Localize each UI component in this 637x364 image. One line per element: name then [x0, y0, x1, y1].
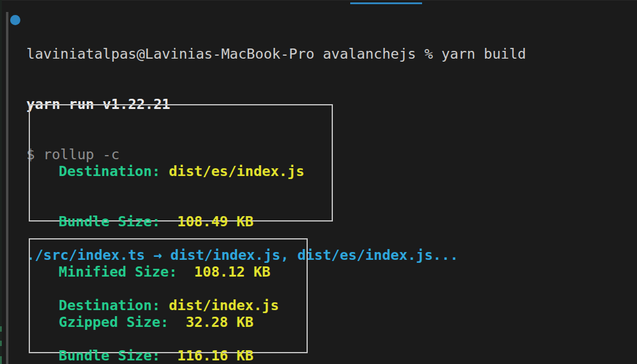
- bundle-size-row: Bundle Size: 116.16 KB: [59, 347, 279, 364]
- overview-ruler: [0, 0, 2, 364]
- destination-label: Destination:: [59, 163, 160, 180]
- destination-label: Destination:: [59, 297, 160, 314]
- overview-ruler-mark: [0, 356, 2, 364]
- destination-row: Destination: dist/index.js: [59, 297, 279, 314]
- shell-prompt-line: laviniatalpas@Lavinias-MacBook-Pro avala…: [26, 46, 526, 62]
- destination-row: Destination: dist/es/index.js: [59, 163, 304, 180]
- bundle-size-value: 116.16 KB: [160, 347, 254, 364]
- terminal-panel: laviniatalpas@Lavinias-MacBook-Pro avala…: [0, 0, 637, 364]
- destination-value: dist/index.js: [160, 297, 279, 314]
- overview-ruler-mark: [0, 341, 2, 346]
- bundle-size-box-es: Destination: dist/es/index.js Bundle Siz…: [29, 104, 333, 222]
- overview-ruler-mark: [0, 326, 2, 332]
- destination-value: dist/es/index.js: [160, 163, 305, 180]
- bundle-size-value: 108.49 KB: [160, 213, 254, 230]
- command-decoration-dot-icon[interactable]: [10, 15, 20, 25]
- terminal-scrollbar[interactable]: [6, 12, 8, 364]
- bundle-size-label: Bundle Size:: [59, 347, 160, 364]
- active-tab-indicator: [350, 2, 422, 4]
- bundle-size-box-main: Destination: dist/index.js Bundle Size: …: [29, 238, 308, 353]
- bundle-size-label: Bundle Size:: [59, 213, 160, 230]
- bundle-size-content: Destination: dist/index.js Bundle Size: …: [59, 263, 279, 364]
- bundle-size-row: Bundle Size: 108.49 KB: [59, 213, 304, 230]
- panel-top-border: [0, 0, 637, 1]
